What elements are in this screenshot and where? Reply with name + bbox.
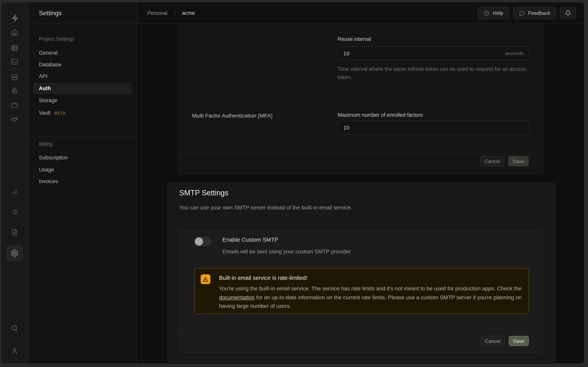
search-icon[interactable]	[10, 324, 19, 332]
nav-item-api[interactable]: API	[39, 73, 48, 79]
enable-custom-smtp-label: Enable Custom SMTP	[222, 237, 278, 243]
user-icon[interactable]	[10, 347, 19, 355]
feedback-button[interactable]: Feedback	[513, 7, 556, 19]
auth-settings-card: Reuse interval seconds Time interval whe…	[179, 24, 543, 174]
help-circle-icon	[483, 10, 490, 16]
rail-divider	[6, 40, 23, 41]
toggle-knob	[195, 237, 203, 246]
screen: Settings Project Settings General Databa…	[0, 0, 588, 367]
rail-divider	[6, 70, 23, 70]
smtp-card-footer: Cancel Save	[481, 336, 529, 346]
warning-text-before: You're using the built-in email service.…	[219, 285, 522, 292]
help-button[interactable]: Help	[478, 7, 509, 19]
feedback-button-label: Feedback	[528, 10, 550, 16]
breadcrumb-separator: /	[174, 10, 176, 16]
mfa-max-factors-label: Maximum number of enrolled factors	[338, 112, 423, 118]
chat-bubble-icon	[519, 10, 525, 16]
header-actions: Help Feedback	[478, 7, 576, 19]
bell-icon	[565, 9, 571, 17]
table-editor-icon[interactable]	[10, 44, 19, 52]
reuse-interval-input[interactable]	[338, 46, 529, 60]
reuse-interval-field: seconds	[338, 46, 529, 60]
nav-item-database[interactable]: Database	[39, 62, 61, 67]
sql-editor-icon[interactable]	[10, 58, 19, 66]
nav-item-vault-label: Vault	[39, 110, 50, 116]
breadcrumb-project[interactable]: acme	[182, 10, 195, 16]
save-button[interactable]: Save	[508, 156, 529, 166]
smtp-footer-divider	[180, 328, 543, 328]
smtp-section-title: SMTP Settings	[179, 189, 228, 197]
warning-text-after: for an up-to-date information on the cur…	[219, 294, 522, 309]
notifications-button[interactable]	[560, 7, 576, 19]
reports-icon[interactable]	[10, 188, 19, 196]
storage-icon[interactable]	[10, 101, 19, 109]
icon-rail	[1, 2, 28, 364]
nav-item-usage[interactable]: Usage	[39, 167, 54, 173]
card-divider	[179, 96, 542, 96]
nav-item-subscription[interactable]: Subscription	[39, 155, 68, 160]
settings-active-tile[interactable]	[6, 245, 23, 261]
home-icon[interactable]	[10, 28, 19, 37]
documentation-link[interactable]: documentation	[219, 294, 255, 300]
logs-icon[interactable]	[10, 208, 19, 216]
card-footer-divider	[179, 154, 542, 154]
database-icon[interactable]	[10, 73, 19, 81]
auth-lock-icon[interactable]	[10, 86, 19, 95]
supabase-logo-icon[interactable]	[10, 14, 19, 23]
smtp-settings-section: SMTP Settings You can use your own SMTP …	[167, 183, 555, 362]
enable-custom-smtp-toggle[interactable]	[194, 237, 211, 246]
settings-gear-icon	[10, 249, 19, 257]
warning-title: Built-in email service is rate-limited!	[219, 275, 307, 281]
cancel-button[interactable]: Cancel	[480, 156, 504, 166]
docs-icon[interactable]	[10, 228, 19, 236]
settings-nav-panel: Settings Project Settings General Databa…	[28, 2, 137, 364]
breadcrumb-org[interactable]: Personal	[147, 10, 167, 16]
nav-section-billing: Billing	[39, 141, 52, 147]
warning-body: You're using the built-in email service.…	[219, 284, 530, 310]
top-header: Personal / acme Help Feedback	[137, 2, 584, 24]
auth-card-footer: Cancel Save	[480, 156, 529, 166]
edge-functions-icon[interactable]	[10, 115, 19, 123]
enable-custom-smtp-description: Emails will be sent using your custom SM…	[222, 248, 351, 255]
warning-triangle-icon	[201, 274, 210, 284]
mfa-max-factors-field	[338, 121, 529, 135]
smtp-section-subtitle: You can use your own SMTP server instead…	[179, 204, 352, 210]
cancel-button[interactable]: Cancel	[481, 336, 505, 346]
nav-section-project-settings: Project Settings	[39, 36, 74, 42]
page-title: Settings	[28, 2, 137, 24]
mfa-max-factors-input[interactable]	[338, 121, 529, 135]
smtp-card: Enable Custom SMTP Emails will be sent u…	[179, 230, 543, 353]
nav-item-general[interactable]: General	[39, 50, 57, 56]
nav-item-storage[interactable]: Storage	[39, 98, 57, 103]
rate-limit-warning-banner: Built-in email service is rate-limited! …	[194, 268, 529, 314]
reuse-interval-help: Time interval where the same refresh tok…	[338, 65, 534, 81]
main-content: Reuse interval seconds Time interval whe…	[137, 24, 584, 364]
reuse-interval-unit: seconds	[505, 50, 524, 56]
app-window: Settings Project Settings General Databa…	[1, 2, 584, 364]
nav-item-vault[interactable]: VaultBETA	[39, 110, 66, 116]
reuse-interval-label: Reuse interval	[338, 36, 371, 42]
breadcrumb: Personal / acme	[147, 2, 195, 24]
beta-badge: BETA	[55, 111, 66, 115]
nav-item-auth[interactable]: Auth	[39, 85, 51, 91]
mfa-section-label: Multi Factor Authentication (MFA)	[192, 112, 273, 119]
nav-divider	[28, 136, 137, 137]
save-button[interactable]: Save	[509, 336, 529, 346]
help-button-label: Help	[493, 10, 503, 16]
nav-item-invoices[interactable]: Invoices	[39, 178, 58, 184]
